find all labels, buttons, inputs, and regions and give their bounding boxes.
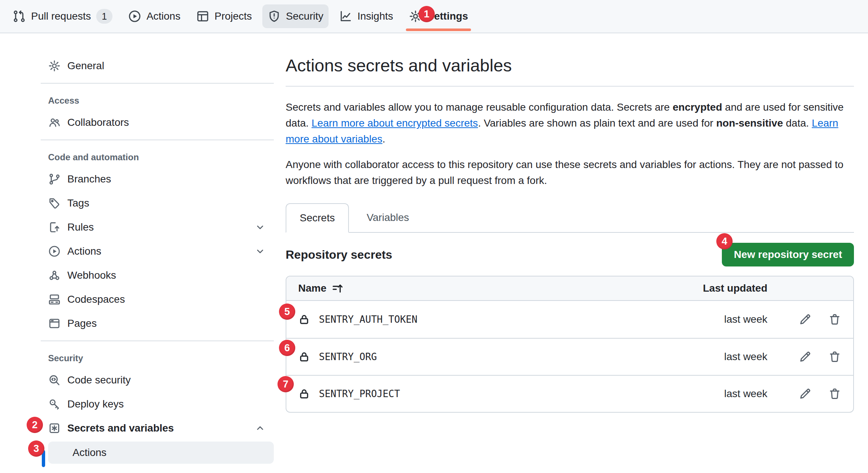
text-segment: . Variables are shown as plain text and … bbox=[478, 117, 716, 129]
sidebar-subitem-actions-selected[interactable]: Actions bbox=[48, 442, 274, 464]
webhook-icon bbox=[48, 269, 61, 282]
name-column-header: Name bbox=[298, 282, 326, 294]
nav-tab-label: Projects bbox=[215, 10, 252, 22]
sidebar-item-label: General bbox=[67, 60, 104, 72]
last-updated-column-header: Last updated bbox=[693, 282, 767, 294]
sidebar-item-label: Secrets and variables bbox=[67, 422, 174, 434]
text-emphasis-non-sensitive: non-sensitive bbox=[716, 117, 783, 129]
name-column-sort[interactable]: Name bbox=[298, 282, 343, 294]
sidebar-item-label: Actions bbox=[67, 245, 101, 257]
sidebar-item-deploy-keys[interactable]: Deploy keys bbox=[41, 393, 274, 415]
repository-secrets-heading: Repository secrets bbox=[286, 248, 392, 262]
secrets-description: Secrets and variables allow you to manag… bbox=[286, 99, 852, 147]
lock-icon bbox=[298, 388, 310, 400]
secret-last-updated: last week bbox=[693, 351, 767, 363]
sidebar-item-webhooks[interactable]: Webhooks bbox=[41, 264, 274, 286]
secret-last-updated: last week bbox=[693, 313, 767, 325]
annotation-badge-6: 6 bbox=[279, 340, 295, 356]
annotation-badge-7: 7 bbox=[277, 376, 294, 392]
secret-row: SENTRY_PROJECT last week bbox=[286, 375, 853, 412]
nav-tab-pull-requests[interactable]: Pull requests 1 bbox=[7, 4, 118, 28]
sidebar-item-secrets-and-variables[interactable]: Secrets and variables bbox=[41, 417, 274, 439]
secret-name: SENTRY_AUTH_TOKEN bbox=[319, 314, 417, 325]
secret-row-actions bbox=[775, 387, 841, 400]
sidebar-item-code-security[interactable]: Code security bbox=[41, 369, 274, 391]
sidebar-item-label: Actions bbox=[73, 447, 107, 459]
text-segment: data. bbox=[783, 117, 812, 129]
nav-tab-label: Actions bbox=[147, 10, 181, 22]
link-encrypted-secrets[interactable]: Learn more about encrypted secrets bbox=[312, 117, 478, 129]
codespaces-icon bbox=[48, 293, 61, 306]
tab-secrets[interactable]: Secrets bbox=[286, 203, 349, 233]
code-scan-icon bbox=[48, 374, 61, 386]
nav-tab-actions[interactable]: Actions bbox=[123, 4, 186, 28]
main-content: Actions secrets and variables Secrets an… bbox=[286, 48, 854, 413]
sidebar-item-actions[interactable]: Actions bbox=[41, 240, 274, 262]
lock-icon bbox=[298, 313, 310, 326]
nav-tab-security[interactable]: Security bbox=[262, 4, 329, 28]
nav-tab-label: Insights bbox=[357, 10, 393, 22]
sidebar-group-access: Access bbox=[41, 92, 274, 110]
settings-active-underline bbox=[406, 28, 471, 31]
play-circle-icon bbox=[48, 245, 61, 258]
table-icon bbox=[196, 10, 209, 23]
sidebar-item-label: Codespaces bbox=[67, 293, 125, 305]
nav-tab-label: Security bbox=[286, 10, 323, 22]
annotation-badge-5: 5 bbox=[279, 303, 295, 320]
sidebar-item-label: Webhooks bbox=[67, 269, 116, 281]
secret-last-updated: last week bbox=[693, 388, 767, 400]
people-icon bbox=[48, 116, 61, 129]
graph-icon bbox=[339, 10, 352, 23]
rules-icon bbox=[48, 221, 61, 234]
tag-icon bbox=[48, 197, 61, 209]
secret-row: SENTRY_ORG last week bbox=[286, 338, 853, 375]
text-segment: Secrets and variables allow you to manag… bbox=[286, 101, 673, 113]
shield-icon bbox=[268, 10, 281, 23]
secrets-variables-tabs: Secrets Variables bbox=[286, 204, 854, 233]
page-title: Actions secrets and variables bbox=[286, 54, 854, 77]
annotation-badge-4: 4 bbox=[716, 233, 733, 249]
edit-secret-button[interactable] bbox=[798, 350, 812, 363]
pull-requests-count-badge: 1 bbox=[96, 9, 112, 24]
chevron-up-icon bbox=[255, 423, 266, 434]
sidebar-item-general[interactable]: General bbox=[41, 55, 274, 77]
sidebar-item-label: Deploy keys bbox=[67, 398, 124, 410]
sidebar-item-label: Branches bbox=[67, 173, 111, 185]
play-circle-icon bbox=[128, 10, 141, 23]
git-pull-request-icon bbox=[13, 10, 26, 23]
sort-ascending-icon bbox=[332, 282, 343, 294]
nav-tab-insights[interactable]: Insights bbox=[334, 4, 398, 28]
new-repository-secret-button[interactable]: New repository secret bbox=[722, 243, 854, 266]
chevron-down-icon bbox=[255, 246, 266, 257]
delete-secret-button[interactable] bbox=[828, 387, 841, 400]
edit-secret-button[interactable] bbox=[798, 387, 812, 400]
tab-variables[interactable]: Variables bbox=[353, 203, 423, 232]
delete-secret-button[interactable] bbox=[828, 350, 841, 363]
nav-tab-settings[interactable]: Settings bbox=[404, 4, 473, 28]
sidebar-divider bbox=[41, 140, 274, 140]
sidebar-item-rules[interactable]: Rules bbox=[41, 216, 274, 238]
secret-row-actions bbox=[775, 313, 841, 326]
text-emphasis-encrypted: encrypted bbox=[673, 101, 722, 113]
sidebar-group-security: Security bbox=[41, 349, 274, 367]
sidebar-item-branches[interactable]: Branches bbox=[41, 168, 274, 190]
repository-secrets-header-row: Repository secrets New repository secret bbox=[286, 242, 854, 267]
sidebar-item-label: Tags bbox=[67, 197, 89, 209]
sidebar-item-pages[interactable]: Pages bbox=[41, 312, 274, 335]
edit-secret-button[interactable] bbox=[798, 313, 812, 326]
nav-tab-projects[interactable]: Projects bbox=[191, 4, 257, 28]
secret-row-actions bbox=[775, 350, 841, 363]
sidebar-item-collaborators[interactable]: Collaborators bbox=[41, 111, 274, 134]
sidebar-item-codespaces[interactable]: Codespaces bbox=[41, 288, 274, 311]
secret-name: SENTRY_PROJECT bbox=[319, 388, 400, 399]
sidebar-item-label: Collaborators bbox=[67, 117, 129, 128]
settings-sidebar: General Access Collaborators Code and au… bbox=[41, 48, 274, 464]
collaborator-access-note: Anyone with collaborator access to this … bbox=[286, 157, 852, 188]
chevron-down-icon bbox=[255, 222, 266, 233]
nav-tab-label: Pull requests bbox=[31, 10, 91, 22]
delete-secret-button[interactable] bbox=[828, 313, 841, 326]
sidebar-item-tags[interactable]: Tags bbox=[41, 192, 274, 214]
asterisk-box-icon bbox=[48, 422, 61, 435]
secrets-table: Name Last updated SENTRY_AUTH_TOKEN last… bbox=[286, 276, 854, 413]
sidebar-item-label: Code security bbox=[67, 374, 131, 386]
